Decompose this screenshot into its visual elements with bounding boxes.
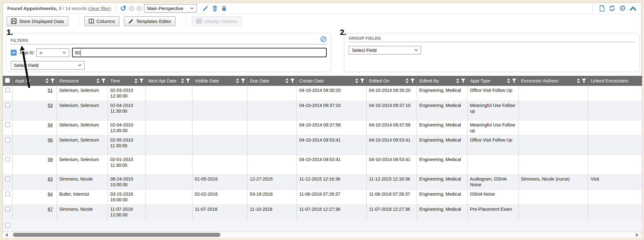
divider (186, 16, 186, 26)
filter-funnel-icon[interactable] (101, 79, 106, 83)
next-perspective-icon[interactable]: › (136, 6, 142, 11)
sort-icon[interactable] (45, 78, 49, 83)
column-header-edited-by[interactable]: Edited By (417, 76, 467, 86)
previous-perspective-icon[interactable]: ‹ (129, 6, 135, 11)
clear-filter-link[interactable]: (clear filter) (88, 6, 111, 11)
row-checkbox[interactable] (5, 122, 10, 127)
cell-appt-type: Office Visit Follow Up (467, 135, 518, 155)
gear-icon[interactable]: ⚙ (619, 4, 626, 12)
cell-appt-type: Audiogram, OSHA Noise (467, 174, 518, 189)
sort-icon[interactable] (236, 78, 239, 83)
row-checkbox[interactable] (5, 207, 10, 211)
appointment-link[interactable]: 64 (48, 192, 53, 197)
cell-edited-on: 11-12-2015 12:16:36 (366, 174, 417, 189)
remove-filter-icon[interactable] (11, 50, 17, 56)
cell-time: 02-04-2010 12:45:00 (108, 120, 146, 135)
filter-funnel-icon[interactable] (139, 79, 144, 83)
cell-edited-by: Engineering, Medical (417, 86, 467, 101)
edit-perspective-icon[interactable] (203, 5, 208, 11)
column-header-linked-encounters[interactable]: Linked Encounters (588, 76, 642, 86)
row-checkbox[interactable] (5, 157, 10, 162)
sort-icon[interactable] (507, 78, 510, 83)
filter-funnel-icon[interactable] (241, 79, 245, 83)
column-header-due-date[interactable]: Due Date (247, 76, 297, 86)
row-checkbox[interactable] (5, 192, 10, 196)
table-row: 59Selenium, Selenium02-01-2010 11:30:000… (3, 155, 642, 174)
row-select-cell (3, 135, 12, 155)
horizontal-scrollbar[interactable] (3, 232, 641, 238)
add-filter-field-value: Select Field (14, 63, 38, 68)
sort-icon[interactable] (285, 78, 289, 83)
column-header-visible-date[interactable]: Visible Date (192, 76, 247, 86)
sort-icon[interactable] (96, 78, 100, 83)
divider (592, 4, 593, 13)
column-header-resource[interactable]: Resource (57, 76, 108, 86)
cell-next-apt-date (146, 135, 192, 155)
perspective-select[interactable]: Main Perspective (144, 4, 197, 13)
templates-editor-button[interactable]: Templates Editor (124, 16, 176, 26)
filter-funnel-icon[interactable] (360, 79, 364, 83)
scroll-left-arrow-icon[interactable] (5, 233, 8, 237)
sort-icon[interactable] (355, 78, 358, 83)
sort-icon[interactable] (405, 78, 409, 83)
add-filter-field-select[interactable]: Select Field (11, 61, 85, 70)
appointment-link[interactable]: 63 (48, 176, 53, 181)
sort-icon[interactable] (134, 78, 138, 83)
appointment-link[interactable]: 54 (48, 122, 53, 127)
undo-icon[interactable]: ↺ (120, 5, 126, 12)
delete-perspective-icon[interactable] (212, 5, 218, 11)
filter-value-input[interactable]: 50 (72, 48, 327, 57)
clear-all-filters-icon[interactable] (320, 36, 327, 42)
appointment-link[interactable]: 53 (48, 103, 53, 108)
cell-encounter-authors (518, 120, 588, 135)
filter-funnel-icon[interactable] (582, 79, 586, 83)
perspective-select-value: Main Perspective (147, 6, 183, 11)
cell-time: 02-04-2010 11:30:00 (108, 101, 146, 120)
filter-funnel-icon[interactable] (50, 79, 55, 83)
appointment-link[interactable]: 51 (48, 88, 53, 93)
refresh-icon[interactable] (609, 5, 615, 12)
top-bar: Found Appointments, 8 / 14 records (clea… (3, 3, 641, 14)
collapse-panel-icon[interactable] (630, 6, 636, 11)
filter-operator-select[interactable]: > (36, 48, 69, 57)
appointment-link[interactable]: 56 (48, 137, 53, 142)
column-header-appt-type[interactable]: Appt Type (467, 76, 518, 86)
filter-funnel-icon[interactable] (512, 79, 516, 83)
column-header-next-apt-date[interactable]: Next Apt Date (146, 76, 192, 86)
sort-icon[interactable] (577, 78, 580, 83)
column-header-time[interactable]: Time (108, 76, 146, 86)
group-field-select[interactable]: Select Field (349, 46, 421, 54)
new-document-icon[interactable] (599, 5, 605, 12)
store-displayed-data-button[interactable]: Store Displayed Data (7, 16, 68, 26)
select-all-checkbox[interactable] (5, 78, 10, 83)
filter-funnel-icon[interactable] (461, 79, 465, 83)
column-header-encounter-authors[interactable]: Encounter Authors (518, 76, 588, 86)
columns-button[interactable]: Columns (84, 16, 119, 26)
filter-funnel-icon[interactable] (410, 79, 415, 83)
cell-time: 03-15-2016 16:00:00 (108, 189, 146, 204)
row-checkbox[interactable] (5, 176, 10, 181)
cell-resource: Selenium, Selenium (57, 86, 108, 101)
table-row: 63Simmons, Nicole08-24-2015 10:00:0001-0… (3, 174, 642, 189)
appointment-link[interactable]: 59 (48, 157, 53, 162)
display-options-label: Display Options (204, 19, 237, 24)
row-checkbox[interactable] (5, 103, 10, 108)
column-header-edited-on[interactable]: Edited On (366, 76, 417, 86)
scroll-right-arrow-icon[interactable] (636, 233, 639, 237)
lock-perspective-icon[interactable] (221, 5, 227, 11)
scrollbar-thumb[interactable] (13, 233, 220, 237)
chevron-down-icon (190, 7, 194, 9)
footer-checkbox[interactable] (5, 223, 10, 227)
sort-icon[interactable] (181, 78, 184, 83)
row-checkbox[interactable] (5, 88, 10, 92)
appointment-link[interactable]: 67 (48, 207, 53, 212)
cell-time: 02-05-2010 11:30:00 (108, 135, 146, 155)
column-header-create-date[interactable]: Create Date (297, 76, 366, 86)
table-row: 56Selenium, Selenium02-05-2010 11:30:000… (3, 135, 642, 155)
filter-funnel-icon[interactable] (186, 79, 190, 83)
sort-icon[interactable] (456, 78, 459, 83)
table-header-row: Appt IDResourceTimeNext Apt DateVisible … (3, 76, 642, 86)
row-checkbox[interactable] (5, 137, 10, 142)
column-header-appt-id[interactable]: Appt ID (12, 76, 57, 86)
filter-funnel-icon[interactable] (290, 79, 295, 83)
